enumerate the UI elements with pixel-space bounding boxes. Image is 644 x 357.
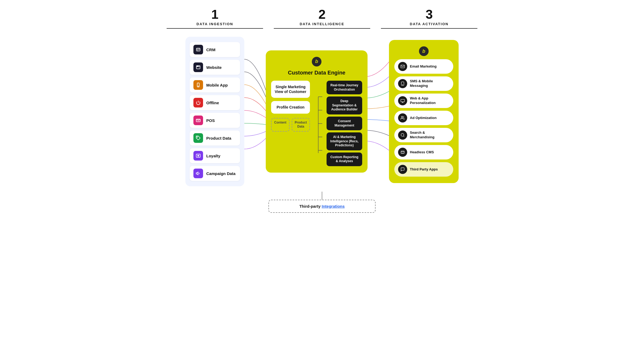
center-left-boxes: Single Marketing View of Customer Profil… — [271, 81, 310, 166]
source-item-product: Product Data — [190, 131, 240, 146]
pos-icon — [193, 116, 203, 125]
step-label-3: DATA ACTIVATION — [376, 22, 483, 26]
product-icon — [193, 133, 203, 143]
activation-third-party: Third Party Apps — [394, 162, 453, 177]
activation-headless: Headless CMS — [394, 145, 453, 159]
step-label-2: DATA INTELLIGENCE — [268, 22, 376, 26]
web-app-label: Web & App Personalization — [410, 96, 450, 105]
campaign-label: Campaign Data — [206, 171, 235, 176]
panels-row: CRM Website Mobile App Offline — [161, 37, 483, 186]
svg-rect-21 — [401, 99, 404, 102]
center-right-boxes: Real-time Journey Orchestration Deep Seg… — [327, 81, 362, 166]
activation-sms: SMS & Mobile Messaging — [394, 76, 453, 91]
svg-line-26 — [403, 136, 404, 137]
svg-point-20 — [402, 84, 403, 85]
step-label-1: DATA INGESTION — [161, 22, 268, 26]
deep-seg-box: Deep Segmentation & Audience Builder — [327, 96, 362, 114]
step-number-3: 3 — [376, 8, 483, 21]
svg-point-25 — [401, 133, 404, 136]
email-label: Email Marketing — [410, 64, 437, 69]
svg-point-3 — [198, 66, 199, 66]
center-panel-title: Customer Data Engine — [271, 70, 362, 76]
source-item-pos: POS — [190, 113, 240, 128]
content-box: Content — [271, 118, 290, 132]
product-data-box: Product Data — [292, 118, 310, 132]
bottom-area: Third-party Integrations — [161, 192, 483, 213]
source-item-loyalty: Loyalty — [190, 148, 240, 163]
svg-point-8 — [197, 137, 197, 137]
mobile-label: Mobile App — [206, 83, 228, 87]
activation-web-app: Web & App Personalization — [394, 94, 453, 108]
product-label: Product Data — [206, 136, 231, 140]
third-party-icon — [398, 165, 407, 174]
website-label: Website — [206, 65, 222, 70]
ad-opt-label: Ad Optimization — [410, 116, 437, 120]
activation-search: Search & Merchandising — [394, 128, 453, 142]
search-merch-icon — [398, 131, 407, 140]
integration-box: Third-party Integrations — [268, 200, 376, 213]
search-label: Search & Merchandising — [410, 131, 450, 140]
activation-panel: b Email Marketing SMS & Mobile Messaging… — [389, 40, 459, 183]
mobile-icon — [193, 80, 203, 90]
loyalty-icon — [193, 151, 203, 161]
step-number-2: 2 — [268, 8, 376, 21]
header-col-intelligence: 2 DATA INTELLIGENCE — [268, 8, 376, 29]
svg-point-5 — [198, 86, 199, 87]
header-col-activation: 3 DATA ACTIVATION — [376, 8, 483, 29]
vertical-connector-line — [322, 192, 322, 200]
svg-point-2 — [197, 66, 198, 66]
header-col-ingestion: 1 DATA INGESTION — [161, 8, 268, 29]
source-item-crm: CRM — [190, 42, 240, 57]
source-panel: CRM Website Mobile App Offline — [185, 37, 244, 186]
integration-label: Third-party — [299, 204, 321, 209]
campaign-icon — [193, 169, 203, 178]
svg-rect-7 — [196, 119, 200, 122]
right-connectors — [365, 50, 389, 173]
loyalty-label: Loyalty — [206, 154, 220, 158]
step-number-1: 1 — [161, 8, 268, 21]
ad-opt-icon — [398, 113, 407, 122]
diagram-wrapper: CRM Website Mobile App Offline — [161, 37, 483, 186]
custom-reporting-box: Custom Reporting & Analyses — [327, 153, 362, 166]
profile-creation-box: Profile Creation — [271, 101, 310, 113]
crm-label: CRM — [206, 47, 215, 52]
svg-point-24 — [401, 116, 403, 118]
center-badge: b — [312, 57, 321, 66]
source-item-offline: Offline — [190, 95, 240, 110]
pos-label: POS — [206, 118, 215, 123]
ai-marketing-box: AI & Marketing Intelligence (Recs, Predi… — [327, 132, 362, 150]
svg-marker-11 — [196, 172, 198, 175]
source-item-campaign: Campaign Data — [190, 166, 240, 181]
integration-link[interactable]: Integrations — [322, 204, 345, 209]
svg-rect-0 — [196, 48, 200, 51]
realtime-box: Real-time Journey Orchestration — [327, 81, 362, 94]
offline-icon — [193, 98, 203, 107]
activation-email: Email Marketing — [394, 59, 453, 74]
dashed-boxes: Content Product Data — [271, 118, 310, 132]
offline-label: Offline — [206, 101, 219, 105]
center-connectors — [313, 81, 323, 166]
website-icon — [193, 62, 203, 72]
sms-icon — [398, 79, 407, 88]
svg-rect-27 — [401, 151, 404, 153]
source-item-website: Website — [190, 60, 240, 75]
svg-rect-18 — [401, 65, 404, 68]
crm-icon — [193, 45, 203, 54]
header: 1 DATA INGESTION 2 DATA INTELLIGENCE 3 D… — [161, 8, 483, 29]
web-app-icon — [398, 96, 407, 105]
headless-cms-icon — [398, 148, 407, 157]
center-content: Single Marketing View of Customer Profil… — [271, 81, 362, 166]
consent-box: Consent Management — [327, 117, 362, 130]
right-badge: b — [419, 46, 429, 56]
sms-label: SMS & Mobile Messaging — [410, 79, 450, 88]
left-connector-svg — [244, 50, 268, 173]
right-connector-svg — [365, 50, 389, 173]
left-connectors — [244, 50, 268, 173]
center-panel: b Customer Data Engine Single Marketing … — [266, 50, 368, 173]
email-icon — [398, 62, 407, 71]
headless-label: Headless CMS — [410, 150, 434, 155]
third-party-label: Third Party Apps — [410, 167, 438, 172]
source-item-mobile: Mobile App — [190, 77, 240, 92]
activation-ad-opt: Ad Optimization — [394, 111, 453, 125]
inner-connector-svg — [314, 89, 322, 158]
